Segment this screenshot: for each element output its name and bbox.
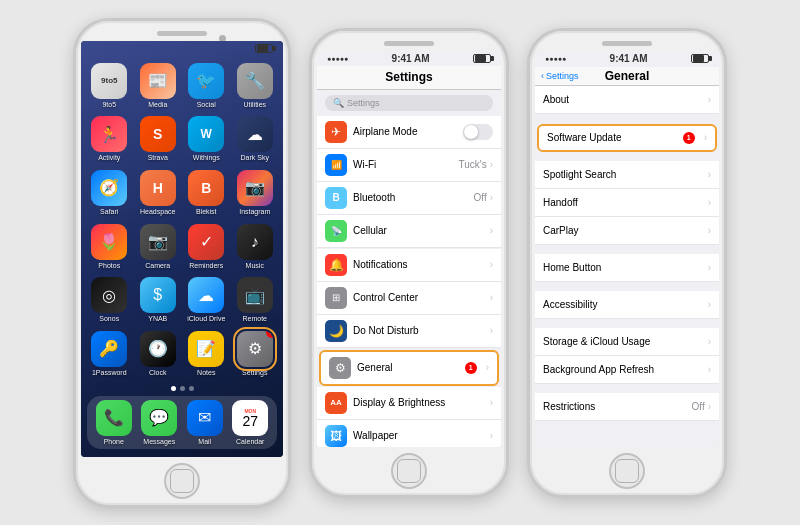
row-background-refresh[interactable]: Background App Refresh › (535, 356, 719, 384)
app-blekist[interactable]: B Blekist (186, 170, 227, 216)
status-bar-3: ●●●●● 9:41 AM (535, 51, 719, 67)
phone-top-3 (530, 31, 724, 51)
home-button-3[interactable] (609, 453, 645, 489)
settings-row-control-center[interactable]: ⊞ Control Center › (317, 282, 501, 315)
app-safari[interactable]: 🧭 Safari (89, 170, 130, 216)
airplane-toggle[interactable] (463, 124, 493, 140)
settings-row-airplane[interactable]: ✈ Airplane Mode (317, 116, 501, 149)
phone-1: ●●●●● ▸ WiFi 9:41 AM 100% 9to5 9to5 (73, 18, 291, 508)
row-carplay[interactable]: CarPlay › (535, 217, 719, 245)
app-utilities[interactable]: 🔧 Utilities (235, 63, 276, 109)
bluetooth-icon: B (325, 187, 347, 209)
app-music[interactable]: ♪ Music (235, 224, 276, 270)
app-remote[interactable]: 📺 Remote (235, 277, 276, 323)
app-strava[interactable]: S Strava (138, 116, 179, 162)
gap-accessibility (535, 320, 719, 328)
settings-row-bluetooth[interactable]: B Bluetooth Off › (317, 182, 501, 215)
app-grid: 9to5 9to5 📰 Media 🐦 Social 🔧 U (81, 57, 283, 383)
row-about[interactable]: About › (535, 86, 719, 114)
app-ynab[interactable]: $ YNAB (138, 277, 179, 323)
search-placeholder: Settings (347, 98, 380, 108)
gap-storage (535, 385, 719, 393)
general-icon: ⚙ (329, 357, 351, 379)
app-settings[interactable]: ⚙ 1 Settings (235, 331, 276, 377)
row-spotlight[interactable]: Spotlight Search › (535, 161, 719, 189)
dock-calendar[interactable]: MON 27 Calendar (230, 400, 272, 446)
speaker-3 (602, 41, 652, 46)
phone-2: ●●●●● 9:41 AM Settings 🔍 Settings (309, 28, 509, 498)
control-center-icon: ⊞ (325, 287, 347, 309)
row-accessibility[interactable]: Accessibility › (535, 291, 719, 319)
search-container: 🔍 Settings (317, 90, 501, 116)
battery-3 (691, 54, 709, 63)
gap-home (535, 283, 719, 291)
search-field[interactable]: 🔍 Settings (325, 95, 493, 111)
settings-row-general[interactable]: ⚙ General 1 › (319, 350, 499, 386)
home-button-1[interactable] (164, 463, 200, 499)
wallpaper-icon: 🖼 (325, 425, 347, 447)
row-software-update[interactable]: Software Update 1 › (537, 124, 717, 152)
settings-section-general: ⚙ General 1 › AA Display & Brightness › … (317, 349, 501, 447)
row-storage[interactable]: Storage & iCloud Usage › (535, 328, 719, 356)
settings-row-wallpaper[interactable]: 🖼 Wallpaper › (317, 420, 501, 447)
app-photos[interactable]: 🌷 Photos (89, 224, 130, 270)
wifi-icon: 📶 (325, 154, 347, 176)
back-button[interactable]: ‹ Settings (541, 71, 579, 81)
settings-row-cellular[interactable]: 📡 Cellular › (317, 215, 501, 248)
app-notes[interactable]: 📝 Notes (186, 331, 227, 377)
settings-section-network: ✈ Airplane Mode 📶 Wi-Fi Tuck's › B Bluet… (317, 116, 501, 248)
carplay-label: CarPlay (543, 225, 702, 236)
section-home-button: Home Button › (535, 254, 719, 282)
display-icon: AA (325, 392, 347, 414)
app-headspace[interactable]: H Headspace (138, 170, 179, 216)
home-button-2[interactable] (391, 453, 427, 489)
settings-row-wifi[interactable]: 📶 Wi-Fi Tuck's › (317, 149, 501, 182)
row-handoff[interactable]: Handoff › (535, 189, 719, 217)
wifi-label: Wi-Fi (353, 159, 452, 170)
phone-top-2 (312, 31, 506, 51)
section-software: Software Update 1 › (535, 124, 719, 152)
dnd-label: Do Not Disturb (353, 325, 484, 336)
app-reminders[interactable]: ✓ Reminders (186, 224, 227, 270)
app-withings[interactable]: W Withings (186, 116, 227, 162)
phone-3: ●●●●● 9:41 AM ‹ Settings General (527, 28, 727, 498)
row-home-button[interactable]: Home Button › (535, 254, 719, 282)
general-rows-container: About › Software Update 1 › (535, 86, 719, 447)
software-badge: 1 (683, 132, 695, 144)
app-instagram[interactable]: 📷 Instagram (235, 170, 276, 216)
settings-screen: ●●●●● 9:41 AM Settings 🔍 Settings (317, 51, 501, 447)
home-screen: ●●●●● ▸ WiFi 9:41 AM 100% 9to5 9to5 (81, 41, 283, 457)
general-screen: ●●●●● 9:41 AM ‹ Settings General (535, 51, 719, 447)
app-activity[interactable]: 🏃 Activity (89, 116, 130, 162)
app-sonos[interactable]: ◎ Sonos (89, 277, 130, 323)
gap-software (535, 153, 719, 161)
speaker-1 (157, 31, 207, 36)
battery-2 (473, 54, 491, 63)
restrictions-label: Restrictions (543, 401, 686, 412)
app-darksky[interactable]: ☁ Dark Sky (235, 116, 276, 162)
dock-messages[interactable]: 💬 Messages (139, 400, 181, 446)
general-title: General (605, 69, 650, 83)
dock-mail[interactable]: ✉ Mail (184, 400, 226, 446)
accessibility-label: Accessibility (543, 299, 702, 310)
general-badge: 1 (465, 362, 477, 374)
control-center-label: Control Center (353, 292, 484, 303)
settings-badge: 1 (266, 331, 273, 338)
time-3: 9:41 AM (610, 53, 648, 64)
battery-icon-1 (255, 44, 273, 53)
app-media[interactable]: 📰 Media (138, 63, 179, 109)
app-1password[interactable]: 🔑 1Password (89, 331, 130, 377)
row-restrictions[interactable]: Restrictions Off › (535, 393, 719, 421)
section-storage: Storage & iCloud Usage › Background App … (535, 328, 719, 384)
settings-row-display[interactable]: AA Display & Brightness › (317, 387, 501, 420)
settings-row-dnd[interactable]: 🌙 Do Not Disturb › (317, 315, 501, 348)
app-clock[interactable]: 🕐 Clock (138, 331, 179, 377)
dock-phone[interactable]: 📞 Phone (93, 400, 135, 446)
app-9to5[interactable]: 9to5 9to5 (89, 63, 130, 109)
app-camera[interactable]: 📷 Camera (138, 224, 179, 270)
bluetooth-label: Bluetooth (353, 192, 468, 203)
spotlight-label: Spotlight Search (543, 169, 702, 180)
app-icloud-drive[interactable]: ☁ iCloud Drive (186, 277, 227, 323)
settings-row-notifications[interactable]: 🔔 Notifications › (317, 249, 501, 282)
app-social[interactable]: 🐦 Social (186, 63, 227, 109)
